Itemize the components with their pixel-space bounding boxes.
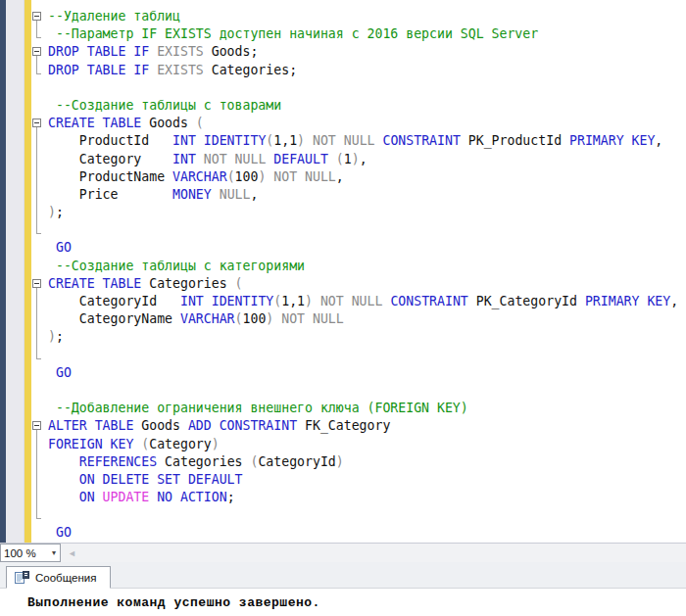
outline-end-tick (36, 37, 41, 38)
code-text: ); (48, 328, 686, 346)
outline-gutter (31, 79, 48, 97)
outline-gutter (31, 400, 48, 417)
chevron-down-icon[interactable]: ▾ (52, 548, 57, 557)
code-text: ALTER TABLE Goods ADD CONSTRAINT FK_Cate… (48, 417, 686, 435)
code-text: CREATE TABLE Categories ( (48, 275, 686, 293)
code-text: ON UPDATE NO ACTION; (48, 489, 686, 506)
results-tab-strip: Сообщения (0, 562, 686, 589)
code-text: ProductId INT IDENTITY(1,1) NOT NULL CON… (48, 132, 686, 150)
code-line[interactable]: CategoryId INT IDENTITY(1,1) NOT NULL CO… (31, 293, 686, 310)
code-text: REFERENCES Categories (CategoryId) (48, 453, 686, 471)
code-text: ); (48, 204, 686, 221)
outline-gutter (31, 62, 48, 79)
editor-status-bar: 100 % ▾ ◄ (0, 543, 686, 562)
outline-connector (36, 489, 37, 506)
code-line[interactable]: CREATE TABLE Categories ( (31, 275, 686, 293)
outline-connector (36, 25, 37, 37)
outline-connector (36, 151, 37, 168)
outline-end-tick (36, 73, 41, 74)
outline-gutter (31, 221, 48, 239)
code-line[interactable]: --Создание таблицы с товарами (31, 97, 686, 115)
code-line[interactable] (31, 347, 686, 364)
outline-gutter (31, 25, 48, 43)
code-text: CategoryId INT IDENTITY(1,1) NOT NULL CO… (48, 293, 686, 310)
code-text (48, 221, 686, 239)
code-text: --Создание таблицы с товарами (48, 97, 686, 115)
outline-gutter (31, 204, 48, 221)
line-number-margin (6, 0, 24, 543)
outline-gutter (31, 506, 48, 524)
zoom-level-value: 100 % (4, 547, 52, 559)
code-text (48, 347, 686, 364)
code-line[interactable]: --Создание таблицы с категориями (31, 258, 686, 275)
collapse-toggle-icon[interactable] (32, 421, 41, 430)
code-text: --Параметр IF EXISTS доступен начиная с … (48, 25, 686, 43)
query-editor[interactable]: --Удаление таблиц --Параметр IF EXISTS д… (0, 0, 686, 543)
code-line[interactable]: ON UPDATE NO ACTION; (31, 489, 686, 506)
code-line[interactable]: --Добавление ограничения внешнего ключа … (31, 400, 686, 417)
outline-connector (36, 310, 37, 328)
code-line[interactable]: ALTER TABLE Goods ADD CONSTRAINT FK_Cate… (31, 417, 686, 435)
outline-connector (36, 328, 37, 346)
code-line[interactable]: FOREIGN KEY (Category) (31, 436, 686, 453)
outline-gutter[interactable] (31, 43, 48, 61)
code-line[interactable]: ProductId INT IDENTITY(1,1) NOT NULL CON… (31, 132, 686, 150)
outline-connector (36, 347, 37, 358)
outline-gutter[interactable] (31, 8, 48, 25)
collapse-toggle-icon[interactable] (32, 47, 41, 56)
code-text: GO (48, 524, 686, 542)
code-line[interactable]: ); (31, 328, 686, 346)
code-line[interactable]: GO (31, 364, 686, 382)
outline-connector (36, 436, 37, 453)
code-line[interactable] (31, 506, 686, 524)
tab-messages-label: Сообщения (35, 572, 96, 584)
code-line[interactable]: DROP TABLE IF EXISTS Goods; (31, 43, 686, 61)
code-line[interactable]: ProductName VARCHAR(100) NOT NULL, (31, 168, 686, 186)
code-line[interactable]: Category INT NOT NULL DEFAULT (1), (31, 151, 686, 168)
outline-connector (36, 132, 37, 150)
sql-editor-window: --Удаление таблиц --Параметр IF EXISTS д… (0, 0, 686, 616)
collapse-toggle-icon[interactable] (32, 118, 41, 127)
collapse-toggle-icon[interactable] (32, 279, 41, 288)
outline-gutter[interactable] (31, 417, 48, 435)
message-text: Выполнение команд успешно завершено. (0, 589, 686, 610)
code-text: FOREIGN KEY (Category) (48, 436, 686, 453)
outline-connector (36, 204, 37, 221)
code-line[interactable]: ); (31, 204, 686, 221)
outline-connector (36, 62, 37, 73)
outline-connector (36, 168, 37, 186)
code-line[interactable]: ON DELETE SET DEFAULT (31, 471, 686, 489)
code-line[interactable] (31, 221, 686, 239)
code-line[interactable]: CREATE TABLE Goods ( (31, 115, 686, 132)
scroll-left-arrow-icon[interactable]: ◄ (61, 548, 76, 558)
code-line[interactable]: --Удаление таблиц (31, 8, 686, 25)
horizontal-scrollbar[interactable]: ◄ (61, 544, 686, 562)
outline-end-tick (36, 233, 41, 234)
code-line[interactable]: REFERENCES Categories (CategoryId) (31, 453, 686, 471)
code-line[interactable]: DROP TABLE IF EXISTS Categories; (31, 62, 686, 79)
outline-gutter (31, 382, 48, 400)
outline-gutter[interactable] (31, 275, 48, 293)
outline-gutter (31, 471, 48, 489)
outline-gutter (31, 453, 48, 471)
tab-messages[interactable]: Сообщения (6, 566, 111, 589)
code-line[interactable]: GO (31, 239, 686, 257)
outline-end-tick (36, 358, 41, 359)
outline-connector (36, 453, 37, 471)
code-text (48, 382, 686, 400)
code-area[interactable]: --Удаление таблиц --Параметр IF EXISTS д… (31, 8, 686, 543)
code-line[interactable]: --Параметр IF EXISTS доступен начиная с … (31, 25, 686, 43)
outline-gutter (31, 132, 48, 150)
code-text: DROP TABLE IF EXISTS Goods; (48, 43, 686, 61)
code-line[interactable] (31, 79, 686, 97)
code-line[interactable]: CategoryName VARCHAR(100) NOT NULL (31, 310, 686, 328)
outline-gutter (31, 239, 48, 257)
collapse-toggle-icon[interactable] (32, 12, 41, 21)
code-text: Price MONEY NULL, (48, 186, 686, 204)
code-line[interactable]: GO (31, 524, 686, 542)
outline-gutter[interactable] (31, 115, 48, 132)
messages-pane: Выполнение команд успешно завершено. (0, 589, 686, 616)
code-line[interactable]: Price MONEY NULL, (31, 186, 686, 204)
code-line[interactable] (31, 382, 686, 400)
zoom-level-control[interactable]: 100 % ▾ (0, 544, 61, 562)
